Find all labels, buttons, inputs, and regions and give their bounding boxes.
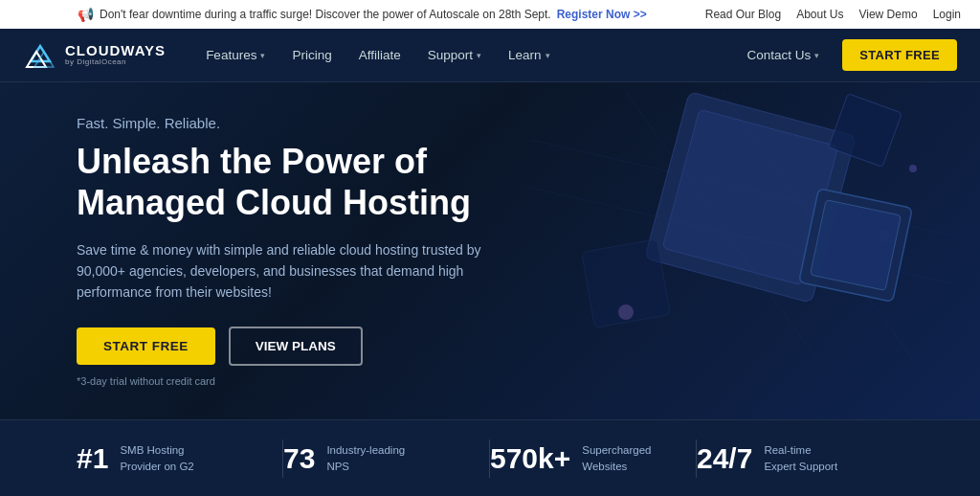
- start-free-nav-button[interactable]: START FREE: [842, 39, 957, 71]
- about-us-link[interactable]: About Us: [796, 8, 843, 21]
- contact-us-button[interactable]: Contact Us ▾: [736, 40, 832, 70]
- chevron-down-icon: ▾: [814, 51, 819, 60]
- hero-description: Save time & money with simple and reliab…: [77, 239, 517, 304]
- announcement-icon: 📢: [78, 7, 94, 22]
- logo-text-block: CLOUDWAYS by DigitalOcean: [65, 43, 166, 67]
- hero-buttons: START FREE VIEW PLANS: [77, 327, 517, 366]
- stat-desc-1: Industry-leadingNPS: [326, 442, 405, 473]
- chevron-down-icon: ▾: [477, 51, 481, 60]
- announcement-bar: 📢 Don't fear downtime during a traffic s…: [0, 0, 980, 29]
- logo-sub-text: by DigitalOcean: [65, 58, 166, 67]
- stat-item-1: 73 Industry-leadingNPS: [283, 442, 490, 475]
- view-demo-link[interactable]: View Demo: [858, 8, 917, 21]
- logo-main-text: CLOUDWAYS: [65, 43, 166, 59]
- svg-point-10: [618, 304, 634, 320]
- register-now-link[interactable]: Register Now >>: [557, 8, 647, 21]
- nav-item-support[interactable]: Support ▾: [416, 40, 493, 70]
- hero-tagline: Fast. Simple. Reliable.: [77, 115, 517, 131]
- stat-item-2: 570k+ SuperchargedWebsites: [490, 442, 697, 475]
- stat-number-1: 73: [283, 442, 315, 475]
- nav-links: Features ▾ Pricing Affiliate Support ▾ L…: [194, 40, 735, 70]
- start-free-hero-button[interactable]: START FREE: [77, 327, 215, 365]
- announcement-right: Read Our Blog About Us View Demo Login: [705, 8, 961, 21]
- svg-point-9: [909, 165, 917, 172]
- stat-item-0: #1 SMB HostingProvider on G2: [77, 442, 283, 475]
- chevron-down-icon: ▾: [546, 51, 550, 60]
- stat-number-0: #1: [77, 442, 108, 475]
- stat-number-2: 570k+: [490, 442, 570, 475]
- hero-background-graphic: [530, 92, 951, 341]
- read-blog-link[interactable]: Read Our Blog: [705, 8, 781, 21]
- announcement-text: Don't fear downtime during a traffic sur…: [100, 8, 551, 21]
- logo-icon: [23, 42, 57, 69]
- view-plans-button[interactable]: VIEW PLANS: [229, 327, 363, 366]
- login-link[interactable]: Login: [933, 8, 961, 21]
- navbar: CLOUDWAYS by DigitalOcean Features ▾ Pri…: [0, 29, 980, 82]
- logo[interactable]: CLOUDWAYS by DigitalOcean: [23, 42, 166, 69]
- nav-item-affiliate[interactable]: Affiliate: [347, 40, 412, 70]
- nav-right: Contact Us ▾ START FREE: [736, 39, 957, 71]
- announcement-left: 📢 Don't fear downtime during a traffic s…: [19, 7, 705, 22]
- hero-content: Fast. Simple. Reliable. Unleash the Powe…: [77, 115, 517, 387]
- svg-rect-12: [811, 200, 902, 291]
- nav-item-learn[interactable]: Learn ▾: [497, 40, 562, 70]
- stat-item-3: 24/7 Real-timeExpert Support: [697, 442, 903, 475]
- stat-desc-0: SMB HostingProvider on G2: [120, 442, 193, 473]
- hero-section: Fast. Simple. Reliable. Unleash the Powe…: [0, 82, 980, 419]
- stat-desc-2: SuperchargedWebsites: [582, 442, 651, 473]
- chevron-down-icon: ▾: [260, 51, 265, 60]
- stat-desc-3: Real-timeExpert Support: [764, 442, 837, 473]
- trial-note: *3-day trial without credit card: [77, 375, 517, 387]
- stat-number-3: 24/7: [697, 442, 752, 475]
- hero-title: Unleash the Power ofManaged Cloud Hostin…: [77, 141, 517, 223]
- nav-item-pricing[interactable]: Pricing: [280, 40, 343, 70]
- nav-item-features[interactable]: Features ▾: [194, 40, 277, 70]
- stats-bar: #1 SMB HostingProvider on G2 73 Industry…: [0, 419, 980, 496]
